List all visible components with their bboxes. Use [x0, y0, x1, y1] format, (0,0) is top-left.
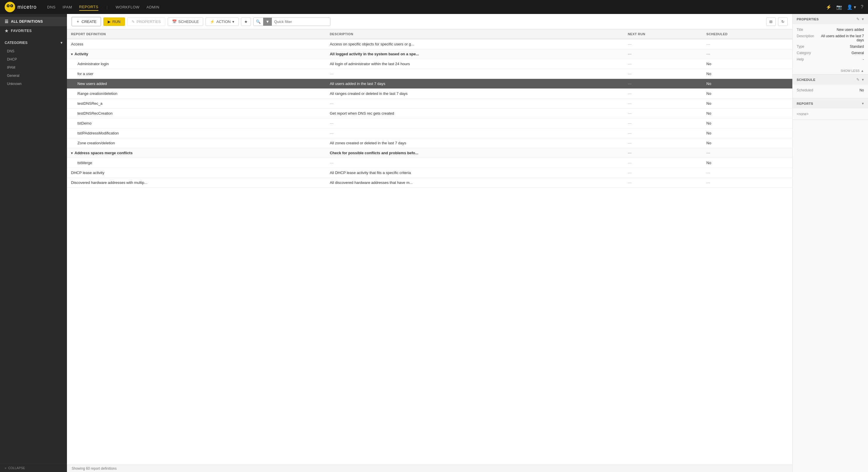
type-value: Standard: [850, 44, 864, 49]
nav-ipam[interactable]: IPAM: [63, 4, 72, 10]
schedule-edit-icon[interactable]: ✎: [856, 77, 860, 82]
table-row[interactable]: ▾ActivityAll logged activity in the syst…: [67, 49, 792, 59]
table-row[interactable]: DHCP lease activityAll DHCP lease activi…: [67, 168, 792, 178]
table-header-row: REPORT DEFINITION DESCRIPTION NEXT RUN S…: [67, 29, 792, 39]
refresh-button[interactable]: ↻: [778, 18, 788, 26]
create-button[interactable]: ＋ CREATE: [72, 17, 101, 26]
col-next-run: NEXT RUN: [624, 29, 702, 39]
sidebar-favorites-label: FAVORITES: [11, 29, 32, 33]
row-description: All login of administrator within the la…: [326, 59, 624, 69]
sidebar-item-dhcp[interactable]: DHCP: [0, 55, 67, 63]
row-scheduled: No: [702, 108, 792, 119]
sidebar-ipam-label: IPAM: [7, 65, 15, 69]
sidebar-item-dns[interactable]: DNS: [0, 47, 67, 55]
collapse-label: COLLAPSE: [8, 466, 25, 470]
table-row[interactable]: tstIPAddressModification------No: [67, 128, 792, 138]
sidebar-categories-header[interactable]: CATEGORIES ▾: [0, 38, 67, 47]
quick-filter-input[interactable]: [272, 18, 330, 26]
statusbar: Showing 60 report definitions: [67, 465, 792, 472]
sidebar-item-ipam[interactable]: IPAM: [0, 63, 67, 71]
table-row[interactable]: ▾Address spaces merge conflictsCheck for…: [67, 148, 792, 158]
row-name: tstMerge: [67, 158, 326, 168]
row-name: Access: [67, 39, 326, 49]
table-row[interactable]: testDNSRecCreationGet report when DNS re…: [67, 108, 792, 119]
row-next-run: ---: [624, 89, 702, 99]
sidebar-item-favorites[interactable]: ★ FAVORITES: [0, 26, 67, 35]
sidebar-item-all-definitions[interactable]: ☰ ALL DEFINITIONS: [0, 17, 67, 26]
row-scheduled: No: [702, 89, 792, 99]
search-icon: 🔍: [256, 20, 261, 24]
properties-button[interactable]: ✎ PROPERTIES: [127, 18, 165, 26]
columns-button[interactable]: ⊞: [766, 18, 776, 26]
properties-edit-icon[interactable]: ✎: [856, 17, 860, 21]
action-button[interactable]: ⚡ ACTION ▾: [206, 18, 239, 26]
chevron-action-icon: ▾: [232, 20, 234, 24]
properties-title-row: Title New users added: [797, 28, 864, 32]
row-next-run: ---: [624, 49, 702, 59]
camera-icon[interactable]: 📷: [836, 4, 842, 10]
table-row[interactable]: tstDemo------No: [67, 119, 792, 128]
category-label: Category: [797, 51, 811, 55]
reports-collapse-icon[interactable]: ▾: [862, 101, 864, 106]
report-table: REPORT DEFINITION DESCRIPTION NEXT RUN S…: [67, 29, 792, 188]
filter-button[interactable]: ▼: [263, 18, 272, 26]
row-next-run: ---: [624, 39, 702, 49]
search-button[interactable]: 🔍: [253, 18, 263, 26]
row-scheduled: No: [702, 119, 792, 128]
properties-title: PROPERTIES: [797, 18, 819, 21]
nav-workflow[interactable]: WORKFLOW: [116, 4, 140, 10]
chevron-icon: ▾: [71, 52, 73, 56]
schedule-body: Scheduled No: [793, 85, 868, 98]
schedule-scheduled-row: Scheduled No: [797, 88, 864, 92]
schedule-header-actions: ✎ ▾: [856, 77, 864, 82]
help-icon[interactable]: ?: [861, 4, 863, 10]
sidebar-all-definitions-label: ALL DEFINITIONS: [11, 20, 43, 24]
sidebar-all-definitions-section: ☰ ALL DEFINITIONS ★ FAVORITES: [0, 14, 67, 38]
properties-collapse-icon[interactable]: ▾: [862, 17, 864, 21]
bookmark-button[interactable]: ★: [241, 18, 251, 26]
table-row[interactable]: AccessAccess on specific objects for spe…: [67, 39, 792, 49]
table-row[interactable]: Discovered hardware addresses with multi…: [67, 178, 792, 188]
sidebar-item-unknown[interactable]: Unknown: [0, 80, 67, 88]
row-scheduled: ---: [702, 168, 792, 178]
lightning-icon[interactable]: ⚡: [826, 4, 832, 10]
row-name: Zone creation/deletion: [67, 138, 326, 148]
run-icon: ▶: [108, 20, 111, 24]
row-name: testDNSRec_a: [67, 99, 326, 108]
table-row[interactable]: Zone creation/deletionAll zones created …: [67, 138, 792, 148]
row-description: All discovered hardware addresses that h…: [326, 178, 624, 188]
properties-category-row: Category General: [797, 51, 864, 55]
properties-section: PROPERTIES ✎ ▾ Title New users added Des…: [793, 14, 868, 74]
properties-header-actions: ✎ ▾: [856, 17, 864, 21]
user-icon[interactable]: 👤 ▾: [847, 4, 856, 10]
sidebar-item-general[interactable]: General: [0, 71, 67, 80]
row-description: ---: [326, 119, 624, 128]
row-description: ---: [326, 99, 624, 108]
run-button[interactable]: ▶ RUN: [103, 18, 125, 26]
show-less-button[interactable]: SHOW LESS ▲: [793, 67, 868, 74]
row-scheduled: ---: [702, 178, 792, 188]
table-row[interactable]: Administrator loginAll login of administ…: [67, 59, 792, 69]
nav-admin[interactable]: ADMIN: [147, 4, 159, 10]
collapse-button[interactable]: « COLLAPSE: [0, 464, 67, 472]
table-row[interactable]: Range creation/deletionAll ranges create…: [67, 89, 792, 99]
row-description: ---: [326, 158, 624, 168]
nav-dns[interactable]: DNS: [47, 4, 56, 10]
sidebar: ☰ ALL DEFINITIONS ★ FAVORITES CATEGORIES…: [0, 14, 67, 472]
table-row[interactable]: for a user------No: [67, 69, 792, 79]
properties-label: PROPERTIES: [136, 20, 161, 24]
row-next-run: ---: [624, 119, 702, 128]
logo[interactable]: micetro: [5, 2, 37, 12]
schedule-collapse-icon[interactable]: ▾: [862, 77, 864, 82]
row-name: ▾Address spaces merge conflicts: [67, 148, 326, 158]
col-report-definition: REPORT DEFINITION: [67, 29, 326, 39]
table-row[interactable]: testDNSRec_a------No: [67, 99, 792, 108]
bookmark-icon: ★: [244, 20, 248, 24]
table-row[interactable]: tstMerge------No: [67, 158, 792, 168]
schedule-button[interactable]: 📅 SCHEDULE: [168, 18, 204, 26]
nav-reports[interactable]: REPORTS: [79, 3, 98, 11]
schedule-label: SCHEDULE: [179, 20, 199, 24]
row-scheduled: No: [702, 138, 792, 148]
table-row[interactable]: New users addedAll users added in the la…: [67, 79, 792, 89]
row-description: All DHCP lease activity that fits a spec…: [326, 168, 624, 178]
